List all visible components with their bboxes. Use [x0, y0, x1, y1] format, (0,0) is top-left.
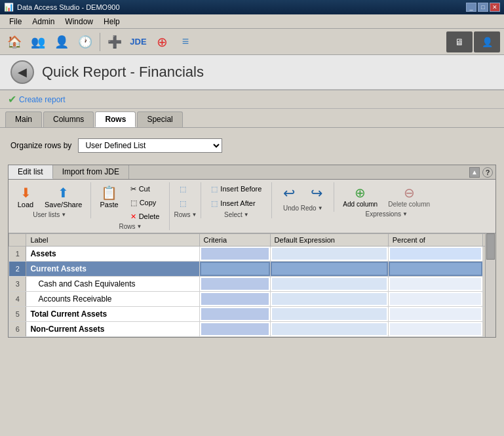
scrollbar-track[interactable] — [485, 233, 495, 337]
plus-btn[interactable]: ➕ — [104, 31, 125, 52]
percent-of-cell[interactable] — [388, 307, 482, 322]
table-row[interactable]: Accounts Receivable — [26, 292, 199, 307]
redo-btn[interactable]: ↪ — [303, 182, 330, 205]
circle-btn[interactable]: ⊕ — [151, 31, 172, 52]
table-row-num: 6 — [9, 322, 26, 337]
user-lists-group: ⬇ Load ⬆ Save/Share User lists ▼ — [12, 182, 91, 218]
criteria-cell[interactable] — [199, 262, 270, 277]
cut-btn[interactable]: ✂Cut — [125, 182, 166, 195]
screen-btn[interactable]: 🖥 — [446, 31, 473, 52]
insert-after-icon: ⬚ — [180, 199, 186, 208]
user-btn[interactable]: 👤 — [51, 31, 72, 52]
criteria-cell[interactable] — [199, 307, 270, 322]
paste-group-label: Rows ▼ — [95, 223, 165, 230]
default-expr-cell[interactable] — [270, 247, 388, 262]
undo-redo-label: Undo Redo ▼ — [276, 205, 330, 212]
header-area: ◀ Quick Report - Financials — [0, 55, 504, 90]
clock-icon: 🕐 — [78, 35, 92, 49]
percent-of-cell[interactable] — [388, 247, 482, 262]
users-btn[interactable]: 👥 — [28, 31, 48, 52]
criteria-cell[interactable] — [199, 247, 270, 262]
collapse-btn[interactable]: ▲ — [469, 167, 480, 178]
add-column-icon: ⊕ — [355, 185, 366, 201]
person-screen-btn[interactable]: 👤 — [474, 31, 500, 52]
users-icon: 👥 — [31, 35, 45, 49]
minimize-btn[interactable]: _ — [466, 3, 476, 12]
maximize-btn[interactable]: □ — [478, 3, 488, 12]
criteria-cell[interactable] — [199, 322, 270, 337]
clock-btn[interactable]: 🕐 — [75, 31, 96, 52]
table-row[interactable]: Assets — [26, 247, 199, 262]
jde-btn[interactable]: JDE — [128, 31, 149, 52]
insert-before-btn[interactable]: ⬚ — [174, 182, 197, 195]
delete-btn[interactable]: ✕Delete — [125, 210, 166, 223]
inner-toolbar: ⬇ Load ⬆ Save/Share User lists ▼ — [9, 180, 495, 233]
screen-icon: 🖥 — [455, 37, 464, 47]
select-all-btn[interactable]: ⬚ Insert Before — [205, 182, 267, 195]
default-expr-cell[interactable] — [270, 322, 388, 337]
delete-column-btn[interactable]: ⊖ Delete column — [383, 182, 435, 210]
panel-tab-bar: Edit list Import from JDE — [9, 165, 469, 179]
undo-btn[interactable]: ↩ — [276, 182, 302, 205]
table-row-num: 3 — [9, 277, 26, 292]
copy-icon: ⬚ — [130, 199, 137, 207]
panel-tab-edit-list[interactable]: Edit list — [9, 165, 53, 179]
table-row[interactable]: Cash and Cash Equivalents — [26, 277, 199, 292]
table-row[interactable]: Current Assets — [26, 262, 199, 277]
paste-group: 📋 Paste ✂Cut ⬚Copy ✕Delete Rows ▼ — [95, 182, 170, 230]
menu-help[interactable]: Help — [98, 16, 125, 28]
default-expr-cell[interactable] — [270, 277, 388, 292]
table-row-num: 2 — [9, 262, 26, 277]
percent-of-cell[interactable] — [388, 292, 482, 307]
select-group-label: Select ▼ — [205, 211, 267, 218]
organize-select[interactable]: User Defined List — [78, 138, 222, 153]
col-percent-of: Percent of — [388, 234, 482, 247]
insert-group-label: Rows ▼ — [174, 211, 197, 218]
insert-group: ⬚ ⬚ Rows ▼ — [174, 182, 201, 218]
table-row[interactable]: Non-Current Assets — [26, 322, 199, 337]
help-btn[interactable]: ? — [482, 167, 493, 178]
panel-tab-import[interactable]: Import from JDE — [53, 165, 129, 179]
user-lists-label: User lists ▼ — [12, 211, 87, 218]
back-button[interactable]: ◀ — [10, 60, 34, 84]
toolbar-sep-1 — [100, 33, 100, 51]
user-defined-panel: Edit list Import from JDE ▲ ? ⬇ Load ⬆ — [8, 165, 496, 338]
select-none-btn[interactable]: ⬚ Insert After — [205, 197, 267, 210]
paste-label: Paste — [100, 201, 118, 208]
expressions-label: Expressions ▼ — [338, 210, 435, 218]
cut-copy-del-group: ✂Cut ⬚Copy ✕Delete — [125, 182, 166, 223]
default-expr-cell[interactable] — [270, 307, 388, 322]
table-row-num: 1 — [9, 247, 26, 262]
home-btn[interactable]: 🏠 — [4, 31, 25, 52]
tab-columns[interactable]: Columns — [43, 111, 94, 127]
tab-special[interactable]: Special — [137, 111, 182, 127]
load-btn[interactable]: ⬇ Load — [12, 182, 39, 211]
criteria-cell[interactable] — [199, 277, 270, 292]
scrollbar-thumb[interactable] — [486, 233, 495, 260]
percent-of-cell[interactable] — [388, 322, 482, 337]
tab-main[interactable]: Main — [5, 111, 42, 127]
paste-btn[interactable]: 📋 Paste — [95, 182, 123, 211]
percent-of-cell[interactable] — [388, 262, 482, 277]
default-expr-cell[interactable] — [270, 262, 388, 277]
table-row[interactable]: Total Current Assets — [26, 307, 199, 322]
percent-of-cell[interactable] — [388, 277, 482, 292]
user-lists-arrow: ▼ — [61, 212, 66, 218]
criteria-cell[interactable] — [199, 292, 270, 307]
load-label: Load — [18, 201, 33, 208]
menu-file[interactable]: File — [4, 16, 27, 28]
save-share-btn[interactable]: ⬆ Save/Share — [40, 182, 87, 211]
rows-arrow: ▼ — [137, 224, 142, 229]
add-column-btn[interactable]: ⊕ Add column — [338, 182, 382, 210]
default-expr-cell[interactable] — [270, 292, 388, 307]
list-btn[interactable]: ≡ — [175, 31, 196, 52]
create-report-label: Create report — [19, 95, 66, 104]
menu-admin[interactable]: Admin — [27, 16, 60, 28]
tab-rows[interactable]: Rows — [95, 111, 136, 127]
close-btn[interactable]: ✕ — [490, 3, 500, 12]
copy-btn[interactable]: ⬚Copy — [125, 196, 166, 209]
menu-window[interactable]: Window — [60, 16, 98, 28]
insert-after-btn[interactable]: ⬚ — [174, 197, 197, 210]
menu-bar: File Admin Window Help — [0, 14, 504, 29]
create-report-btn[interactable]: ✔ Create report — [8, 93, 66, 106]
